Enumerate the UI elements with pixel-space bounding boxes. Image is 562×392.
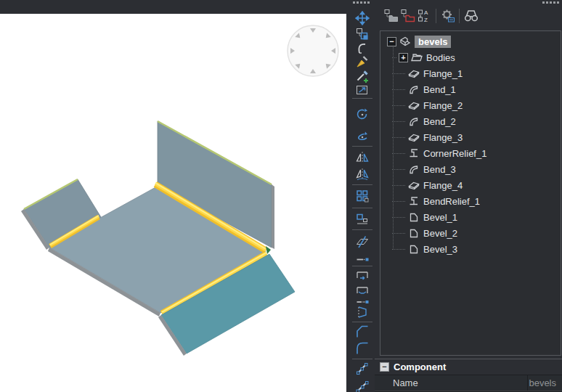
bevel-icon	[407, 226, 420, 240]
find-binoculars-icon[interactable]	[463, 8, 479, 24]
align-icon[interactable]	[355, 212, 370, 226]
tree-item-label[interactable]: Bevel_2	[423, 228, 457, 239]
edit-polyline-icon[interactable]	[355, 362, 370, 376]
sheet-metal-model	[0, 14, 346, 392]
svg-text:Z: Z	[424, 17, 428, 23]
tree-item[interactable]: Bevel_2	[380, 225, 561, 241]
stretch-icon[interactable]	[355, 268, 370, 282]
section-title: Component	[394, 362, 446, 372]
tree-item-label[interactable]: CornerRelief_1	[423, 148, 486, 159]
toolbar-separator	[352, 322, 372, 322]
browser-toolbar: A Z	[379, 6, 562, 30]
tree-item[interactable]: Bend_3	[380, 161, 561, 177]
tree-item[interactable]: Bend_2	[380, 113, 561, 129]
toolbar-separator	[436, 9, 436, 23]
tree-item-label[interactable]: Bevel_3	[423, 244, 457, 255]
mirror-icon[interactable]	[355, 150, 370, 165]
bevel-icon	[407, 211, 420, 224]
tree-item-label[interactable]: Bodies	[426, 52, 455, 63]
trim-icon[interactable]	[355, 234, 370, 249]
bend-icon	[407, 115, 420, 128]
chamfer-icon[interactable]	[355, 324, 370, 339]
tree-item-root[interactable]: − bevels	[380, 33, 561, 49]
toolbar-separator	[352, 266, 372, 266]
polyline-3d-icon[interactable]	[355, 379, 370, 392]
component-icon	[399, 35, 412, 48]
toolbar-grip-handle[interactable]	[353, 1, 370, 4]
tree-item[interactable]: Bevel_3	[380, 241, 561, 257]
tree-item[interactable]: BendRelief_1	[380, 193, 561, 209]
flange-icon	[407, 67, 420, 80]
collapse-toggle-icon[interactable]: −	[387, 37, 396, 46]
cad-application-window: { "viewport": { "bg": "#ffffff" }, "mode…	[0, 0, 562, 392]
tree-item[interactable]: Bend_1	[380, 81, 561, 97]
fillet-icon[interactable]	[355, 341, 370, 356]
tree-item[interactable]: Flange_4	[380, 177, 561, 193]
taper-icon[interactable]	[355, 305, 370, 319]
panel-grip-handle[interactable]	[542, 1, 559, 4]
tree-item-label[interactable]: Flange_1	[423, 68, 463, 79]
tree-item[interactable]: Flange_2	[380, 97, 561, 113]
tree-item-label[interactable]: Flange_2	[423, 100, 463, 111]
toolbar-separator	[352, 208, 372, 208]
rotate-3d-icon[interactable]	[355, 129, 370, 144]
match-properties-icon[interactable]	[355, 69, 370, 83]
column-divider	[527, 375, 528, 391]
tree-item-label[interactable]: Flange_4	[423, 180, 463, 191]
back-flange-thickness	[272, 184, 274, 249]
tree-item-label[interactable]: Bend_3	[423, 164, 456, 175]
tree-item-label[interactable]: bevels	[415, 36, 451, 48]
toolbar-separator	[352, 359, 372, 359]
folder-icon	[410, 51, 423, 64]
tree-item[interactable]: Bevel_1	[380, 209, 561, 225]
bend-icon	[407, 83, 420, 96]
model-viewport[interactable]	[0, 14, 346, 392]
component-tree: − bevels + Bodies Flange_1	[380, 30, 561, 356]
expand-toggle-icon[interactable]: +	[399, 53, 408, 62]
tree-item-label[interactable]: Flange_3	[423, 132, 463, 143]
flange-icon	[407, 179, 420, 192]
flange-icon	[407, 99, 420, 112]
sort-alphabetical-icon[interactable]: A Z	[417, 8, 433, 24]
tree-item[interactable]: Flange_1	[380, 65, 561, 81]
copy-icon[interactable]	[355, 27, 370, 41]
component-properties-header[interactable]: − Component	[375, 359, 562, 375]
property-label: Name	[375, 377, 529, 388]
bend-icon	[407, 163, 420, 176]
brush-icon[interactable]	[355, 54, 370, 69]
view-navigation-wheel[interactable]	[288, 25, 338, 76]
toolbar-separator	[352, 98, 372, 99]
toolbar-separator	[459, 9, 460, 23]
component-properties-section: − Component Name bevels	[375, 359, 562, 392]
tree-item[interactable]: + Bodies	[380, 49, 561, 65]
toolbar-separator	[352, 184, 372, 185]
settings-gear-icon[interactable]	[440, 8, 456, 24]
mirror-3d-icon[interactable]	[355, 167, 370, 181]
property-value[interactable]: bevels	[529, 377, 562, 388]
tree-item[interactable]: CornerRelief_1	[380, 145, 561, 161]
tree-item[interactable]: Flange_3	[380, 129, 561, 145]
tree-item-label[interactable]: Bend_2	[423, 116, 456, 127]
svg-text:A: A	[424, 9, 428, 16]
flange-icon	[407, 131, 420, 144]
arc-tool-icon[interactable]	[355, 41, 370, 55]
tree-item-label[interactable]: Bevel_1	[423, 212, 457, 223]
create-component-icon[interactable]	[383, 8, 399, 24]
toolbar-separator	[352, 229, 372, 230]
move-icon[interactable]	[355, 11, 370, 25]
property-row[interactable]: Name bevels	[375, 375, 562, 391]
array-icon[interactable]	[355, 189, 370, 203]
rotate-icon[interactable]	[355, 107, 370, 122]
mechanical-browser-panel: A Z −	[379, 0, 562, 392]
extend-icon[interactable]	[355, 251, 370, 266]
scale-icon[interactable]	[355, 83, 370, 97]
bend-relief-icon	[407, 195, 420, 208]
bevel-icon	[407, 242, 420, 256]
tree-item-label[interactable]: BendRelief_1	[423, 196, 480, 207]
create-mechanical-component-icon[interactable]	[400, 8, 416, 24]
modify-toolbar	[346, 0, 379, 392]
corner-relief-icon	[407, 147, 420, 160]
tree-item-label[interactable]: Bend_1	[423, 84, 456, 95]
toolbar-separator	[352, 146, 372, 147]
collapse-toggle-icon[interactable]: −	[380, 362, 389, 372]
